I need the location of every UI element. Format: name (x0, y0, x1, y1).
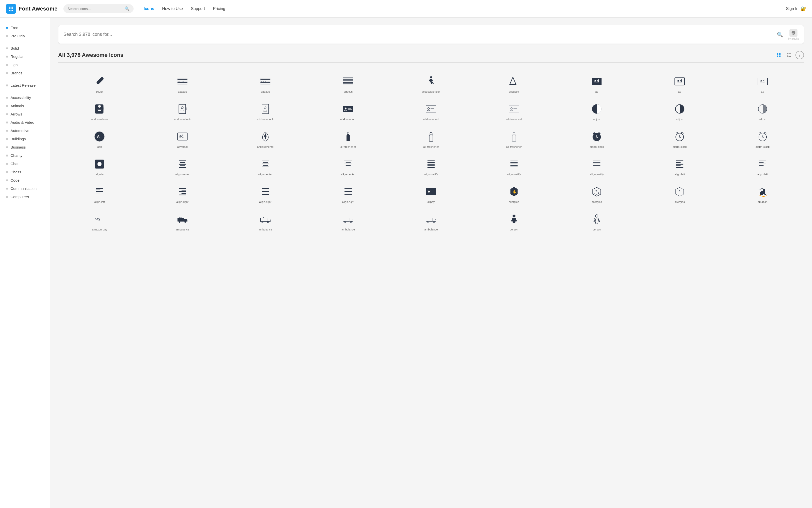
icon-item-person-1[interactable]: person (473, 207, 555, 234)
info-button[interactable]: i (796, 51, 804, 59)
icon-item-address-book-light[interactable]: address-book (224, 96, 307, 124)
sidebar-item-latest-release[interactable]: Latest Release (0, 81, 50, 89)
icon-item-algolia[interactable]: algolia (58, 152, 141, 179)
sidebar-item-regular[interactable]: Regular (0, 52, 50, 60)
svg-point-190 (679, 192, 680, 192)
icon-item-abacus-1[interactable]: abacus (141, 69, 224, 96)
icon-item-align-justify-solid[interactable]: align-justify (390, 152, 473, 179)
icon-item-align-right-solid[interactable]: align-right (141, 179, 224, 207)
icon-item-align-justify-light[interactable]: align-justify (555, 152, 638, 179)
icon-item-ambulance-2[interactable]: ambulance (224, 207, 307, 234)
icon-item-address-card-light[interactable]: address-card (473, 96, 555, 124)
icon-item-adjust-reg[interactable]: adjust (638, 96, 721, 124)
sign-in-button[interactable]: Sign In 🔐 (786, 6, 806, 11)
header-search-input[interactable] (68, 7, 123, 11)
icon-label-abacus-1: abacus (178, 90, 187, 93)
icon-item-ad-light[interactable]: Ad ad (721, 69, 804, 96)
sidebar-item-computers[interactable]: Computers (0, 193, 50, 201)
icon-label-align-justify-reg: align-justify (507, 173, 521, 176)
icon-label-address-book-light: address-book (257, 118, 274, 121)
sidebar-item-chat[interactable]: Chat (0, 160, 50, 168)
nav-item-icons[interactable]: Icons (144, 6, 154, 11)
icon-item-alarm-clock-solid[interactable]: alarm-clock (555, 124, 638, 152)
svg-text:A: A (792, 32, 794, 34)
sidebar-item-solid[interactable]: Solid (0, 44, 50, 52)
header: Font Awesome 🔍 Icons How to Use Support … (0, 0, 812, 17)
svg-line-103 (598, 140, 599, 141)
icon-item-ad-regular[interactable]: Ad ad (638, 69, 721, 96)
icon-item-alipay[interactable]: 支 alipay (390, 179, 473, 207)
icon-item-align-left-light[interactable]: align-left (721, 152, 804, 179)
icon-item-affiliatetheme[interactable]: affiliatetheme (224, 124, 307, 152)
sidebar-item-business[interactable]: Business (0, 143, 50, 151)
sidebar-item-arrows[interactable]: Arrows (0, 110, 50, 118)
icon-item-person-2[interactable]: person (555, 207, 638, 234)
icon-item-ambulance-4[interactable]: ambulance (390, 207, 473, 234)
icon-item-align-center-solid[interactable]: align-center (141, 152, 224, 179)
icon-item-abacus-3[interactable]: abacus (307, 69, 390, 96)
icon-item-ambulance-3[interactable]: ambulance (307, 207, 390, 234)
icon-item-align-center-light[interactable]: align-center (307, 152, 390, 179)
header-search-box[interactable]: 🔍 (64, 4, 133, 13)
icon-item-accessible-icon[interactable]: accessible-icon (390, 69, 473, 96)
sidebar-item-charity[interactable]: Charity (0, 151, 50, 160)
icon-item-air-freshener-reg[interactable]: air-freshener (390, 124, 473, 152)
icon-item-air-freshener-solid[interactable]: air-freshener (307, 124, 390, 152)
algolia-label: by algolia (788, 37, 799, 40)
nav-item-how-to-use[interactable]: How to Use (162, 6, 183, 11)
icon-item-address-book-reg[interactable]: address-book (141, 96, 224, 124)
svg-point-211 (596, 215, 598, 217)
icon-item-adjust-solid[interactable]: adjust (555, 96, 638, 124)
icon-item-alarm-clock-reg[interactable]: alarm-clock (638, 124, 721, 152)
svg-rect-37 (260, 84, 270, 84)
icon-item-adversal[interactable]: ad adversal (141, 124, 224, 152)
icon-air-freshener-reg (424, 130, 438, 143)
sidebar-item-free[interactable]: Free (0, 24, 50, 32)
sidebar-item-pro-only[interactable]: Pro Only (0, 32, 50, 40)
sidebar-item-automotive[interactable]: Automotive (0, 127, 50, 135)
icon-item-air-freshener-light[interactable]: air-freshener (473, 124, 555, 152)
sidebar-item-audio-video[interactable]: Audio & Video (0, 118, 50, 127)
icon-item-ambulance-1[interactable]: ambulance (141, 207, 224, 234)
icon-item-amazon[interactable]: amazon (721, 179, 804, 207)
icon-item-align-center-reg[interactable]: align-center (224, 152, 307, 179)
icon-item-amazon-pay[interactable]: pay amazon-pay (58, 207, 141, 234)
logo-link[interactable]: Font Awesome (6, 4, 57, 14)
sidebar-item-communication[interactable]: Communication (0, 184, 50, 193)
list-view-button[interactable] (785, 51, 794, 59)
icon-item-align-right-reg[interactable]: align-right (224, 179, 307, 207)
svg-rect-139 (510, 164, 518, 164)
icon-item-address-card-solid[interactable]: address-card (307, 96, 390, 124)
sidebar-item-light[interactable]: Light (0, 60, 50, 69)
sidebar-item-buildings[interactable]: Buildings (0, 135, 50, 143)
main-search-input[interactable] (64, 32, 774, 37)
nav-item-support[interactable]: Support (191, 6, 205, 11)
icon-item-alarm-clock-light[interactable]: alarm-clock (721, 124, 804, 152)
sidebar-item-chess[interactable]: Chess (0, 168, 50, 176)
main-search-bar[interactable]: 🔍 A by algolia (58, 25, 804, 44)
icon-item-abacus-2[interactable]: abacus (224, 69, 307, 96)
icon-item-address-book-solid[interactable]: address-book (58, 96, 141, 124)
icon-item-ad-solid[interactable]: Ad ad (555, 69, 638, 96)
sidebar-item-brands[interactable]: Brands (0, 69, 50, 77)
icon-item-adjust-light[interactable]: adjust (721, 96, 804, 124)
icon-item-address-card-reg[interactable]: address-card (390, 96, 473, 124)
icon-item-allergies-solid[interactable]: ✋ allergies (473, 179, 555, 207)
icon-item-adn[interactable]: A adn (58, 124, 141, 152)
sidebar-item-accessibility[interactable]: Accessibility (0, 93, 50, 102)
grid-view-button[interactable] (774, 51, 783, 59)
icon-item-allergies-reg[interactable]: allergies (555, 179, 638, 207)
icon-item-accusoft[interactable]: accusoft (473, 69, 555, 96)
icon-item-align-left-solid2[interactable]: align-left (58, 179, 141, 207)
icon-item-500px[interactable]: 500px (58, 69, 141, 96)
icon-item-align-right-light[interactable]: align-right (307, 179, 390, 207)
sidebar-item-code[interactable]: Code (0, 176, 50, 184)
sidebar-item-animals[interactable]: Animals (0, 102, 50, 110)
nav-item-pricing[interactable]: Pricing (213, 6, 225, 11)
icon-item-align-justify-reg[interactable]: align-justify (473, 152, 555, 179)
svg-point-31 (183, 82, 184, 83)
icon-air-freshener-solid (341, 130, 355, 143)
icon-item-allergies-light[interactable]: allergies (638, 179, 721, 207)
svg-text:ad: ad (179, 133, 184, 138)
icon-item-align-left-solid[interactable]: align-left (638, 152, 721, 179)
